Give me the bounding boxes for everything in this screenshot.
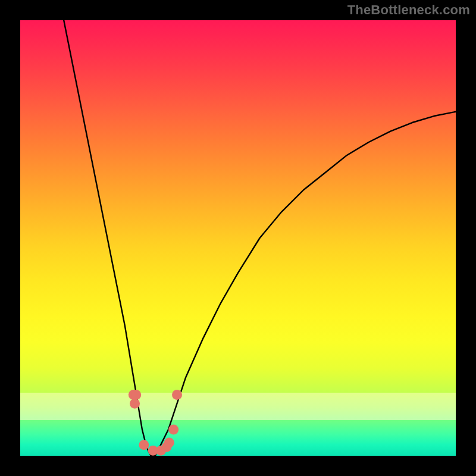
marker-layer	[129, 390, 182, 456]
plot-area	[20, 20, 456, 456]
main-curve	[64, 20, 456, 456]
highlight-dot	[172, 390, 182, 400]
highlight-dot	[131, 390, 141, 400]
highlight-dot	[164, 438, 174, 448]
chart-svg	[20, 20, 456, 456]
highlight-dot	[130, 399, 140, 409]
highlight-dot	[168, 425, 178, 435]
chart-container: TheBottleneck.com	[0, 0, 476, 476]
watermark-text: TheBottleneck.com	[347, 2, 470, 18]
curve-layer	[64, 20, 456, 456]
highlight-dot	[139, 440, 149, 450]
